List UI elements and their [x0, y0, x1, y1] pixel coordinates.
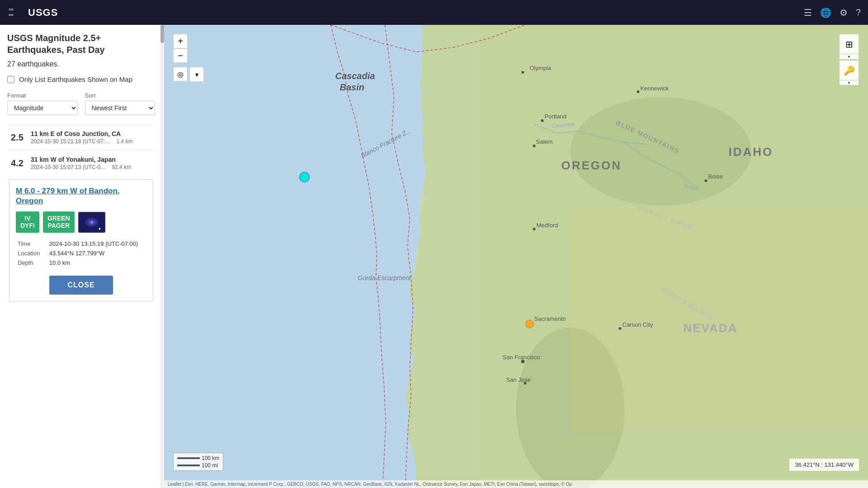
close-button[interactable]: CLOSE — [49, 276, 113, 295]
list-item[interactable]: 2.5 11 km E of Coso Junction, CA 2024-10… — [7, 124, 155, 150]
svg-point-18 — [705, 179, 708, 182]
map-coordinates: 36.421°N : 131.440°W — [789, 459, 859, 471]
svg-text:Sacramento: Sacramento — [534, 315, 566, 322]
key-button[interactable]: 🔑 — [839, 60, 859, 80]
svg-point-6 — [90, 221, 93, 224]
sort-select[interactable]: Newest First Oldest First Largest First … — [85, 101, 156, 115]
header-icons: ☰ 🌐 ⚙ ? — [804, 7, 861, 18]
zoom-controls: + − — [173, 34, 188, 63]
svg-point-10 — [571, 97, 751, 206]
svg-text:Boise: Boise — [708, 173, 723, 180]
format-label: Format — [7, 92, 78, 99]
svg-text:Salem: Salem — [536, 138, 553, 145]
eq-detail-info: Time 2024-10-30 13:15:19 (UTC-07:00) Loc… — [16, 239, 146, 267]
location-value: 43.544°N 127.799°W — [47, 249, 146, 258]
svg-point-16 — [533, 145, 536, 147]
location-controls: ◎ ▾ — [173, 67, 204, 82]
svg-point-17 — [533, 228, 536, 230]
zoom-in-button[interactable]: + — [173, 34, 188, 48]
zoom-out-button[interactable]: − — [173, 48, 188, 63]
filter-map-checkbox[interactable] — [7, 76, 14, 83]
sidebar: USGS Magnitude 2.5+ Earthquakes, Past Da… — [0, 25, 163, 488]
sort-group: Sort Newest First Oldest First Largest F… — [85, 92, 156, 115]
svg-point-15 — [541, 119, 544, 122]
eq-magnitude: 4.2 — [9, 158, 25, 169]
nav-globe-icon[interactable]: 🌐 — [820, 7, 831, 18]
svg-rect-12 — [571, 206, 868, 432]
logo: ≡≡ ≡≡ USGS — [7, 5, 58, 21]
svg-point-22 — [619, 327, 622, 330]
filter-map-label: Only List Earthquakes Shown on Map — [19, 75, 132, 84]
svg-text:IDAHO: IDAHO — [729, 145, 774, 159]
depth-value: 10.0 km — [47, 258, 146, 267]
format-select[interactable]: Magnitude Distance Time — [7, 101, 78, 115]
svg-text:San Jose: San Jose — [506, 376, 531, 383]
sidebar-scrollbar-thumb — [160, 25, 164, 43]
eq-magnitude: 2.5 — [9, 132, 25, 143]
map-layer-controls: ⊞ ▾ 🔑 ▾ — [839, 34, 859, 85]
layers-button[interactable]: ⊞ — [839, 34, 859, 54]
svg-text:OREGON: OREGON — [561, 159, 622, 172]
earthquake-count: 27 earthquakes. — [7, 60, 155, 68]
sort-label: Sort — [85, 92, 156, 99]
format-sort-row: Format Magnitude Distance Time Sort Newe… — [7, 92, 155, 115]
svg-point-13 — [522, 71, 524, 74]
eq-time: 2024-10-30 15:21:18 (UTC-07:… 1.4 km — [31, 138, 153, 145]
svg-text:Basin: Basin — [340, 82, 364, 92]
svg-point-47 — [526, 320, 534, 328]
eq-name: 11 km E of Coso Junction, CA — [31, 130, 153, 137]
eq-time: 2024-10-30 15:07:13 (UTC-0… 92.4 km — [31, 164, 153, 170]
eq-depth: 92.4 km — [112, 164, 131, 170]
svg-point-46 — [300, 172, 310, 182]
nav-settings-icon[interactable]: ⚙ — [840, 7, 848, 18]
svg-text:Medford: Medford — [537, 222, 558, 229]
detail-depth-row: Depth 10.0 km — [16, 258, 146, 267]
selected-earthquake-panel: M 6.0 - 279 km W of Bandon, Oregon IV DY… — [9, 179, 153, 301]
map-attribution: Leaflet | Esri, HERE, Garmin, Intermap, … — [164, 480, 868, 488]
svg-text:Carson City: Carson City — [623, 321, 653, 328]
eq-name: 31 km W of Yonakuni, Japan — [31, 156, 153, 163]
svg-point-14 — [637, 90, 640, 93]
svg-text:Cascadia: Cascadia — [335, 71, 375, 81]
nav-list-icon[interactable]: ☰ — [804, 7, 812, 18]
eq-detail-badges: IV DYFI GREEN PAGER ★ — [16, 211, 146, 233]
svg-text:★: ★ — [98, 227, 101, 231]
depth-label: Depth — [16, 258, 47, 267]
selected-eq-title[interactable]: M 6.0 - 279 km W of Bandon, Oregon — [16, 186, 146, 206]
svg-text:≡≡: ≡≡ — [9, 7, 14, 12]
format-group: Format Magnitude Distance Time — [7, 92, 78, 115]
pager-badge[interactable]: GREEN PAGER — [43, 211, 75, 233]
nav-help-icon[interactable]: ? — [856, 7, 861, 18]
map-container[interactable]: Cascadia Basin Blanco Fracture Z... Gord… — [164, 25, 868, 488]
svg-text:NEVADA: NEVADA — [684, 321, 738, 335]
detail-location-row: Location 43.544°N 127.799°W — [16, 249, 146, 258]
layers-expand-button[interactable]: ▾ — [839, 54, 859, 59]
earthquake-list: 2.5 11 km E of Coso Junction, CA 2024-10… — [7, 124, 155, 309]
location-sub-button[interactable]: ▾ — [189, 67, 204, 82]
sidebar-scrollbar[interactable] — [160, 25, 164, 488]
svg-text:Olympia: Olympia — [530, 65, 552, 71]
sidebar-title: USGS Magnitude 2.5+ Earthquakes, Past Da… — [7, 32, 155, 56]
svg-text:Portland: Portland — [545, 113, 566, 120]
list-item[interactable]: 4.2 31 km W of Yonakuni, Japan 2024-10-3… — [7, 150, 155, 176]
svg-text:≡≡: ≡≡ — [9, 13, 14, 17]
location-label: Location — [16, 249, 47, 258]
usgs-logo-icon: ≡≡ ≡≡ — [7, 5, 24, 21]
svg-text:Kennewick: Kennewick — [641, 85, 669, 92]
usgs-logo-text: USGS — [28, 7, 58, 19]
scale-bar: 100 km 100 mi — [173, 453, 223, 471]
eq-info: 11 km E of Coso Junction, CA 2024-10-30 … — [31, 130, 153, 145]
dyfi-badge[interactable]: IV DYFI — [16, 211, 39, 233]
shakemap-image: ★ — [79, 213, 104, 232]
time-label: Time — [16, 239, 47, 249]
eq-depth: 1.4 km — [116, 138, 132, 145]
location-button[interactable]: ◎ — [173, 67, 188, 81]
map-terrain: Cascadia Basin Blanco Fracture Z... Gord… — [164, 25, 868, 488]
shakemap-badge[interactable]: ★ — [78, 212, 105, 233]
key-expand-button[interactable]: ▾ — [839, 80, 859, 85]
eq-info: 31 km W of Yonakuni, Japan 2024-10-30 15… — [31, 156, 153, 170]
svg-text:Gorda Escarpment: Gorda Escarpment — [358, 274, 412, 282]
svg-text:San Francisco: San Francisco — [503, 354, 540, 361]
filter-checkbox-row: Only List Earthquakes Shown on Map — [7, 75, 155, 84]
header: ≡≡ ≡≡ USGS ☰ 🌐 ⚙ ? — [0, 0, 868, 25]
